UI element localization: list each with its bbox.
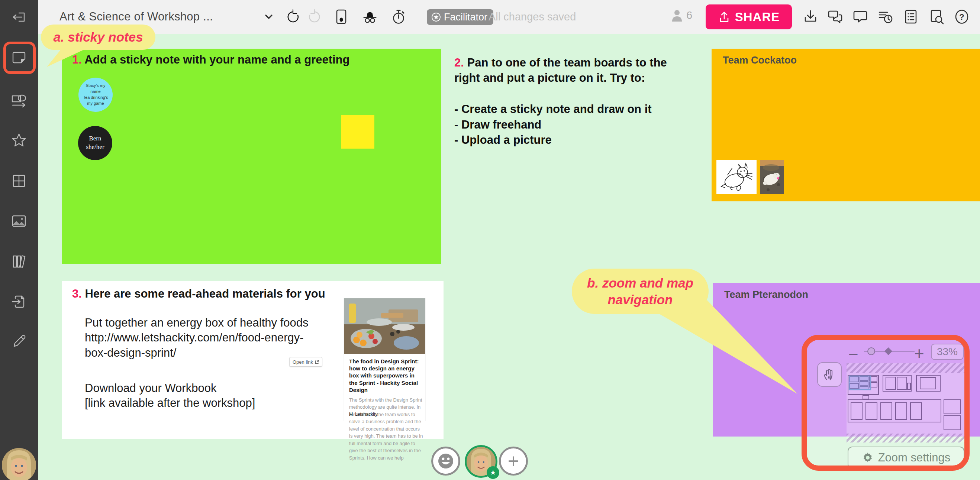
upload-share-icon <box>718 11 730 24</box>
content-library-tool[interactable] <box>10 253 28 271</box>
team-pteranodon-title: Team Pteranodon <box>724 289 808 301</box>
mural-title[interactable]: Art & Science of Workshop ... <box>59 10 213 24</box>
task3-body-text: Put together an energy box of healthy fo… <box>85 315 308 360</box>
redo-icon <box>306 8 322 25</box>
download-icon <box>802 8 819 25</box>
task2-number: 2. <box>454 56 464 69</box>
mural-app: Art & Science of Workshop ... <box>0 0 980 480</box>
annotation-box-zoom-panel <box>802 335 970 471</box>
sticky-note-stacy[interactable]: Stacy's my name Tea drinking's my game <box>78 78 113 112</box>
letshackity-logo: H <box>349 411 353 417</box>
reactions-button[interactable] <box>431 447 460 475</box>
star-icon <box>10 132 27 149</box>
card-brand: H Letshackity <box>349 411 377 417</box>
frames-button[interactable] <box>333 8 350 25</box>
help-icon: ? <box>953 8 970 25</box>
draw-tool[interactable] <box>10 333 28 350</box>
redo-button[interactable] <box>305 8 323 25</box>
activity-history-icon <box>877 8 894 25</box>
plush-toy-photo[interactable] <box>760 160 784 194</box>
import-file-tool[interactable] <box>10 293 28 310</box>
current-user-avatar[interactable] <box>2 448 36 480</box>
task1-heading: 1. Add a sticky note with your name and … <box>72 53 350 67</box>
collaborators-indicator[interactable]: 6 <box>670 8 692 22</box>
facilitator-star-icon <box>431 12 441 22</box>
svg-text:?: ? <box>959 12 964 22</box>
library-books-icon <box>10 253 27 270</box>
plush-photo <box>760 160 784 194</box>
exit-board-button[interactable] <box>10 8 28 25</box>
task3-download-text: Download your Workbook [link available a… <box>85 381 255 411</box>
cat-doodle <box>716 160 757 194</box>
add-reaction-button[interactable]: + <box>499 447 528 475</box>
export-button[interactable] <box>802 8 819 25</box>
outline-list-icon <box>902 8 920 25</box>
open-link-button[interactable]: Open link <box>289 357 322 367</box>
frame-icon <box>333 8 350 25</box>
cat-sketch-image[interactable] <box>716 160 757 194</box>
annotation-bubble-sticky-notes: a. sticky notes <box>41 25 155 50</box>
facilitator-badge[interactable]: Facilitator <box>427 9 493 25</box>
find-button[interactable] <box>928 8 945 25</box>
share-label: SHARE <box>735 10 780 24</box>
shapes-icon <box>10 92 27 109</box>
task2-bullet: - Upload a picture <box>454 132 678 147</box>
multi-chat-icon <box>827 8 844 25</box>
exit-icon <box>11 8 27 25</box>
collaborators-count: 6 <box>686 9 692 22</box>
sticky-note-bern[interactable]: Bern she/her <box>78 126 112 160</box>
team-cockatoo-title: Team Cockatoo <box>723 55 797 66</box>
images-tool[interactable] <box>10 212 28 230</box>
sticky-note-blank[interactable] <box>341 115 374 149</box>
private-mode-button[interactable] <box>361 8 379 25</box>
chevron-down-icon <box>263 11 274 22</box>
search-document-icon <box>928 8 945 25</box>
chats-button[interactable] <box>827 8 844 25</box>
intro-board-sticky-task[interactable]: 1. Add a sticky note with your name and … <box>62 49 441 264</box>
undo-icon <box>285 8 302 25</box>
link-preview-card[interactable]: The food in Design Sprint: how to design… <box>344 298 425 421</box>
task1-number: 1. <box>72 53 82 66</box>
undo-button[interactable] <box>285 8 302 25</box>
facilitator-label: Facilitator <box>444 11 487 23</box>
team-cockatoo-board[interactable]: Team Cockatoo <box>711 49 980 201</box>
pencil-icon <box>10 333 27 350</box>
task2-bullet: - Draw freehand <box>454 117 678 132</box>
smiley-icon <box>437 453 454 470</box>
icons-stickers-tool[interactable] <box>10 131 28 149</box>
title-menu-button[interactable] <box>260 8 277 25</box>
open-link-label: Open link <box>293 359 313 365</box>
comments-button[interactable] <box>852 8 869 25</box>
incognito-icon <box>361 8 379 25</box>
stopwatch-icon <box>390 8 407 25</box>
timer-button[interactable] <box>390 8 407 25</box>
food-photo <box>344 298 425 354</box>
read-ahead-board[interactable]: 3. Here are some read-ahead materials fo… <box>62 281 444 439</box>
task2-bullets: - Create a sticky note and draw on it - … <box>454 101 678 147</box>
facilitator-presence-avatar[interactable]: ★ <box>465 445 498 478</box>
user-photo <box>2 448 36 480</box>
share-button[interactable]: SHARE <box>706 5 792 29</box>
task3-number: 3. <box>72 287 82 300</box>
task3-heading: 3. Here are some read-ahead materials fo… <box>72 287 325 301</box>
import-file-icon <box>10 293 27 310</box>
tools-sidebar <box>0 0 38 480</box>
whiteboard-canvas[interactable]: 1. Add a sticky note with your name and … <box>38 34 980 480</box>
card-brand-name: Letshackity <box>355 412 377 417</box>
annotation-box-sticky-tool <box>3 41 36 74</box>
external-link-icon <box>315 360 319 364</box>
top-toolbar: Art & Science of Workshop ... <box>38 0 980 34</box>
image-icon <box>10 212 27 230</box>
activity-button[interactable] <box>877 8 894 25</box>
autosave-status: All changes saved <box>488 11 576 23</box>
grid-icon <box>10 173 27 190</box>
task2-heading: 2. Pan to one of the team boards to the … <box>454 55 678 86</box>
card-title: The food in Design Sprint: how to design… <box>344 354 425 393</box>
person-icon <box>670 8 684 22</box>
shapes-connectors-tool[interactable] <box>10 92 28 109</box>
help-button[interactable]: ? <box>953 8 970 25</box>
frameworks-grid-tool[interactable] <box>10 172 28 190</box>
facilitator-star-badge: ★ <box>487 466 499 479</box>
task2-bullet: - Create a sticky note and draw on it <box>454 101 678 117</box>
outline-button[interactable] <box>902 8 920 25</box>
